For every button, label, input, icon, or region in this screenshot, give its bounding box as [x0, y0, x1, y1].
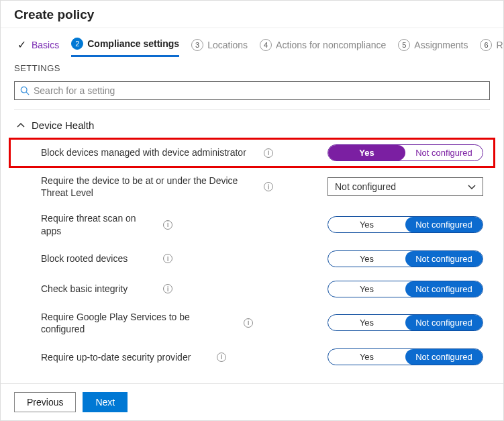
tab-compliance-settings[interactable]: 2 Compliance settings [71, 38, 179, 57]
info-icon[interactable]: i [163, 254, 172, 263]
step-number: 5 [398, 39, 410, 51]
row-basic-integrity: Check basic integrity i Yes Not configur… [9, 274, 495, 304]
section-device-health[interactable]: Device Health [1, 110, 503, 138]
tab-label: Actions for noncompliance [276, 40, 386, 50]
checkmark-icon: ✓ [15, 39, 28, 51]
toggle-option-yes[interactable]: Yes [328, 281, 405, 297]
toggle-play-services[interactable]: Yes Not configured [327, 314, 483, 331]
info-icon[interactable]: i [217, 353, 226, 362]
section-title: Device Health [32, 120, 94, 131]
toggle-option-not-configured[interactable]: Not configured [405, 315, 483, 330]
step-number: 2 [71, 38, 83, 50]
toggle-basic-integrity[interactable]: Yes Not configured [327, 281, 483, 297]
search-icon [20, 86, 30, 95]
step-number: 3 [191, 39, 203, 51]
wizard-tabs: ✓ Basics 2 Compliance settings 3 Locatio… [1, 28, 503, 58]
svg-point-0 [21, 87, 27, 93]
tab-label: Locations [207, 40, 248, 50]
chevron-down-icon [468, 183, 476, 191]
chevron-up-icon [17, 122, 25, 130]
tab-actions-noncompliance[interactable]: 4 Actions for noncompliance [260, 39, 386, 56]
tab-label: Compliance settings [87, 38, 179, 49]
toggle-option-yes[interactable]: Yes [328, 251, 405, 267]
toggle-option-not-configured[interactable]: Not configured [405, 217, 483, 232]
setting-label: Block devices managed with device admini… [41, 146, 256, 158]
setting-label: Require the device to be at or under the… [41, 175, 256, 199]
toggle-option-not-configured[interactable]: Not configured [405, 251, 483, 267]
toggle-option-yes[interactable]: Yes [328, 315, 405, 330]
info-icon[interactable]: i [244, 318, 253, 328]
row-threat-scan: Require threat scan on apps i Yes Not co… [9, 205, 495, 243]
setting-label: Require Google Play Services to be confi… [41, 311, 236, 335]
toggle-threat-scan[interactable]: Yes Not configured [327, 216, 483, 233]
info-icon[interactable]: i [163, 284, 172, 293]
dropdown-threat-level[interactable]: Not configured [327, 177, 483, 196]
search-input-container[interactable] [14, 81, 490, 100]
step-number: 4 [260, 39, 272, 51]
tab-locations[interactable]: 3 Locations [191, 39, 248, 56]
step-number: 6 [480, 39, 492, 51]
setting-label: Require threat scan on apps [41, 212, 155, 236]
info-icon[interactable]: i [264, 148, 273, 158]
tab-label: Assignments [414, 40, 468, 50]
row-security-provider: Require up-to-date security provider i Y… [9, 342, 495, 372]
setting-label: Block rooted devices [41, 252, 155, 265]
setting-label: Check basic integrity [41, 283, 155, 295]
tab-assignments[interactable]: 5 Assignments [398, 39, 468, 56]
toggle-security-provider[interactable]: Yes Not configured [327, 348, 483, 365]
dropdown-value: Not configured [335, 181, 396, 192]
toggle-option-yes[interactable]: Yes [328, 217, 405, 232]
toggle-option-yes[interactable]: Yes [328, 349, 405, 365]
row-block-device-admin: Block devices managed with device admini… [9, 138, 495, 168]
tab-label: Review [496, 40, 504, 50]
svg-line-1 [26, 92, 29, 95]
toggle-option-not-configured[interactable]: Not configured [405, 281, 483, 297]
row-threat-level: Require the device to be at or under the… [9, 168, 495, 205]
toggle-option-not-configured[interactable]: Not configured [405, 349, 483, 365]
toggle-block-device-admin[interactable]: Yes Not configured [327, 144, 483, 161]
settings-rows: Block devices managed with device admini… [1, 138, 503, 377]
toggle-rooted-devices[interactable]: Yes Not configured [327, 250, 483, 267]
previous-button[interactable]: Previous [14, 392, 76, 412]
row-play-services: Require Google Play Services to be confi… [9, 304, 495, 342]
info-icon[interactable]: i [264, 182, 273, 191]
toggle-option-yes[interactable]: Yes [328, 145, 405, 160]
tab-review[interactable]: 6 Review [480, 39, 504, 56]
tab-label: Basics [32, 40, 59, 50]
setting-label: Require up-to-date security provider [41, 351, 209, 363]
row-rooted-devices: Block rooted devices i Yes Not configure… [9, 244, 495, 274]
info-icon[interactable]: i [163, 220, 172, 230]
footer-bar: Previous Next [1, 383, 503, 420]
next-button[interactable]: Next [83, 392, 128, 412]
tab-basics[interactable]: ✓ Basics [15, 39, 59, 56]
toggle-option-not-configured[interactable]: Not configured [405, 145, 483, 160]
settings-heading: SETTINGS [1, 58, 503, 81]
search-input[interactable] [34, 85, 484, 96]
page-title: Create policy [1, 1, 503, 28]
